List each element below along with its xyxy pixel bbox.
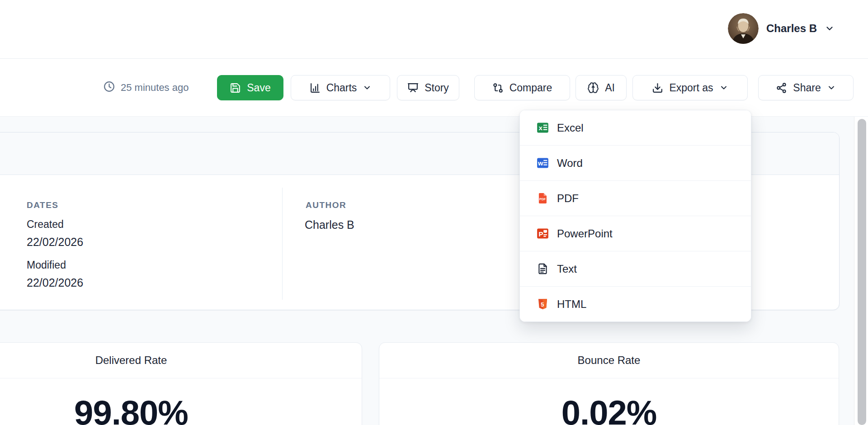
download-icon (652, 82, 663, 94)
charts-button[interactable]: Charts (291, 75, 390, 100)
share-button[interactable]: Share (758, 75, 854, 100)
git-compare-icon (492, 82, 504, 94)
metric-value: 0.02% (379, 396, 839, 425)
export-as-button[interactable]: Export as (632, 75, 748, 100)
svg-text:w: w (538, 160, 543, 167)
story-label: Story (425, 82, 449, 94)
word-file-icon: w (537, 157, 549, 169)
save-button[interactable]: Save (217, 75, 283, 100)
last-saved-timestamp: 25 minutes ago (103, 75, 189, 100)
author-section-label: AUTHOR (306, 200, 346, 210)
svg-text:PDF: PDF (539, 198, 546, 201)
metric-title: Bounce Rate (379, 343, 839, 378)
author-name: Charles B (305, 218, 354, 231)
chevron-down-icon (363, 83, 372, 92)
clock-icon (103, 80, 115, 95)
created-date: 22/02/2026 (27, 236, 83, 249)
scrollbar-track[interactable] (854, 117, 868, 425)
modified-label: Modified (27, 259, 66, 271)
save-icon (230, 82, 241, 94)
pdf-file-icon: PDF (537, 192, 549, 204)
app-screen: Charles B 25 minutes ago Save Charts Sto… (0, 0, 868, 425)
menu-item-label: Excel (557, 122, 584, 134)
menu-item-label: PDF (557, 192, 579, 205)
delivered-rate-card: Delivered Rate 99.80% (0, 342, 362, 425)
menu-item-powerpoint[interactable]: P PowerPoint (520, 216, 751, 251)
export-as-label: Export as (669, 82, 713, 94)
menu-item-word[interactable]: w Word (520, 145, 751, 180)
created-label: Created (27, 218, 64, 231)
share-label: Share (793, 82, 821, 94)
menu-item-label: Text (557, 263, 577, 275)
svg-text:P: P (539, 230, 543, 238)
html-file-icon: 5 (537, 298, 549, 310)
brain-icon (587, 82, 599, 94)
menu-item-label: PowerPoint (557, 227, 613, 240)
menu-item-html[interactable]: 5 HTML (520, 286, 751, 321)
metric-value: 99.80% (0, 396, 362, 425)
bar-chart-icon (309, 82, 321, 94)
modified-date: 22/02/2026 (27, 276, 83, 289)
menu-item-excel[interactable]: x Excel (520, 110, 751, 145)
metric-title: Delivered Rate (0, 343, 362, 378)
menu-item-label: Word (557, 157, 583, 170)
bounce-rate-card: Bounce Rate 0.02% (379, 342, 839, 425)
column-divider (282, 188, 283, 300)
timestamp-label: 25 minutes ago (121, 82, 189, 94)
chevron-down-icon (719, 83, 728, 92)
menu-item-pdf[interactable]: PDF PDF (520, 180, 751, 216)
compare-label: Compare (509, 82, 552, 94)
powerpoint-file-icon: P (537, 227, 549, 240)
text-file-icon (537, 263, 549, 275)
excel-file-icon: x (537, 122, 549, 134)
avatar (728, 13, 759, 44)
user-name: Charles B (766, 22, 817, 35)
export-menu: x Excel w Word PDF PDF P PowerPoint Text… (519, 110, 751, 322)
charts-label: Charts (326, 82, 357, 94)
chevron-down-icon (825, 24, 835, 33)
svg-text:x: x (539, 124, 543, 132)
toolbar: 25 minutes ago Save Charts Story Compare… (0, 59, 868, 117)
menu-item-text[interactable]: Text (520, 251, 751, 286)
ai-label: AI (605, 82, 615, 94)
save-label: Save (247, 82, 270, 94)
scrollbar-thumb[interactable] (858, 119, 866, 425)
share-icon (776, 82, 787, 94)
svg-text:5: 5 (541, 301, 544, 308)
user-menu[interactable]: Charles B (728, 13, 835, 44)
compare-button[interactable]: Compare (474, 75, 570, 100)
chevron-down-icon (827, 83, 836, 92)
dates-section-label: DATES (27, 200, 58, 210)
menu-item-label: HTML (557, 298, 586, 311)
top-bar: Charles B (0, 0, 868, 59)
presentation-icon (407, 82, 419, 94)
ai-button[interactable]: AI (576, 75, 627, 100)
story-button[interactable]: Story (397, 75, 459, 100)
